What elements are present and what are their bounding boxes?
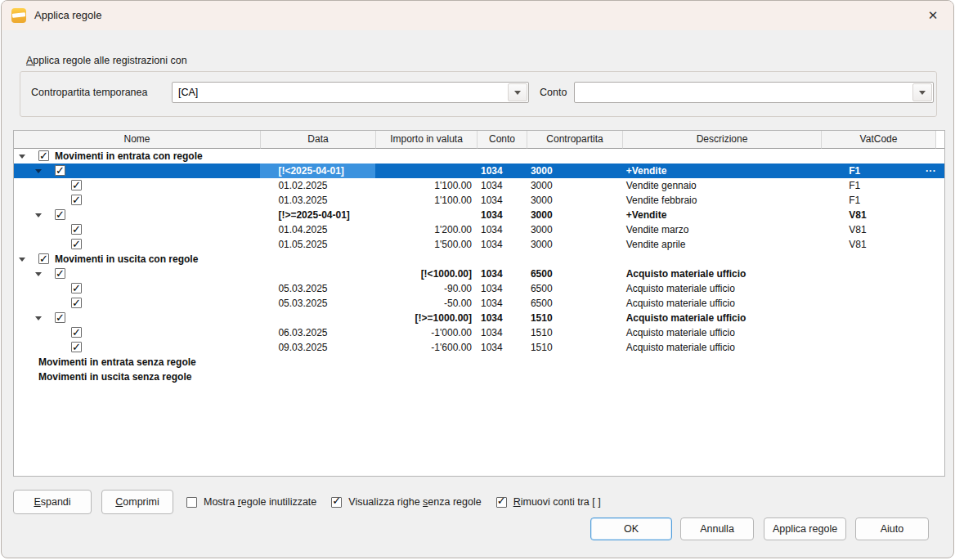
footer-options: Mostra regole inutilizzate✓Visualizza ri… bbox=[186, 490, 601, 514]
row-checkbox[interactable]: ✓ bbox=[71, 224, 82, 235]
expand-arrow-icon[interactable] bbox=[35, 213, 42, 217]
column-header-descrizione[interactable]: Descrizione bbox=[623, 131, 822, 149]
row-checkbox[interactable]: ✓ bbox=[55, 209, 65, 220]
chevron-down-icon bbox=[514, 91, 521, 95]
section-row[interactable]: Movimenti in uscita senza regole bbox=[14, 370, 944, 384]
remove-accounts-brackets-checkbox[interactable]: ✓ bbox=[496, 497, 507, 508]
rules-table-body: ✓Movimenti in entrata con regole✓[!<2025… bbox=[14, 149, 944, 384]
annulla-button[interactable]: Annulla bbox=[680, 517, 754, 540]
counterpart-dropdown-button[interactable] bbox=[508, 83, 527, 101]
date-cell: 06.03.2025 bbox=[260, 325, 375, 340]
counterpart-cell: 3000 bbox=[527, 193, 622, 208]
column-header-importo-in-valuta[interactable]: Importo in valuta bbox=[376, 131, 478, 149]
ok-button[interactable]: OK bbox=[590, 517, 672, 540]
applica-button[interactable]: Applica regole bbox=[764, 517, 846, 540]
counterpart-cell: 1510 bbox=[527, 325, 622, 340]
account-combobox[interactable] bbox=[574, 82, 934, 103]
check-icon: ✓ bbox=[56, 164, 65, 178]
row-checkbox[interactable]: ✓ bbox=[71, 180, 82, 190]
vatcode-cell bbox=[820, 355, 944, 370]
rule-row[interactable]: ✓[!>=2025-04-01]10343000+VenditeV81 bbox=[14, 208, 944, 222]
row-checkbox[interactable]: ✓ bbox=[55, 165, 65, 176]
header-spacer bbox=[936, 131, 944, 149]
option-remove-accounts-brackets[interactable]: ✓Rimuovi conti tra [ ] bbox=[496, 496, 601, 508]
column-header-conto[interactable]: Conto bbox=[478, 131, 527, 149]
expand-arrow-icon[interactable] bbox=[19, 258, 25, 262]
row-checkbox[interactable]: ✓ bbox=[55, 312, 65, 323]
description-cell: Vendite gennaio bbox=[622, 178, 821, 193]
rules-table: NomeDataImporto in valutaContoContropart… bbox=[13, 130, 945, 477]
date-cell: 09.03.2025 bbox=[260, 340, 375, 355]
row-checkbox[interactable]: ✓ bbox=[71, 342, 82, 352]
account-cell bbox=[477, 355, 527, 370]
group-row[interactable]: ✓Movimenti in uscita con regole bbox=[14, 252, 944, 267]
column-header-vatcode[interactable]: VatCode bbox=[822, 131, 936, 149]
app-icon-band bbox=[12, 12, 25, 18]
entry-row[interactable]: ✓09.03.2025-1'600.0010341510Acquisto mat… bbox=[14, 340, 944, 355]
entry-row[interactable]: ✓01.04.20251'200.0010343000Vendite marzo… bbox=[14, 222, 944, 237]
description-cell: Vendite marzo bbox=[622, 222, 821, 237]
show-unused-rules-checkbox[interactable] bbox=[186, 497, 197, 508]
applica-regole-dialog: Applica regole ✕ Applica regole alle reg… bbox=[1, 0, 954, 558]
row-checkbox[interactable]: ✓ bbox=[71, 195, 82, 205]
entry-row[interactable]: ✓01.05.20251'500.0010343000Vendite april… bbox=[14, 237, 944, 252]
date-cell bbox=[260, 252, 375, 267]
rule-row[interactable]: ✓[!<2025-04-01]10343000+VenditeF1... bbox=[14, 164, 944, 178]
amount-cell: [!<1000.00] bbox=[375, 267, 477, 281]
group-row[interactable]: ✓Movimenti in entrata con regole bbox=[14, 149, 944, 164]
close-button[interactable]: ✕ bbox=[916, 1, 950, 30]
vatcode-cell: V81 bbox=[820, 208, 944, 222]
expand-button[interactable]: Espandi bbox=[13, 490, 92, 514]
expand-arrow-icon[interactable] bbox=[19, 155, 25, 159]
counterpart-cell bbox=[527, 252, 622, 267]
row-checkbox[interactable]: ✓ bbox=[71, 239, 82, 249]
more-button[interactable]: ... bbox=[926, 161, 936, 176]
entry-row[interactable]: ✓01.02.20251'100.0010343000Vendite genna… bbox=[14, 178, 944, 193]
titlebar[interactable]: Applica regole ✕ bbox=[2, 1, 953, 30]
vatcode-cell bbox=[820, 252, 944, 267]
column-header-data[interactable]: Data bbox=[261, 131, 376, 149]
description-cell bbox=[622, 252, 821, 267]
option-show-unused-rules[interactable]: Mostra regole inutilizzate bbox=[186, 496, 316, 508]
date-cell: 01.02.2025 bbox=[260, 178, 375, 193]
description-cell bbox=[622, 355, 821, 370]
date-cell: 05.03.2025 bbox=[260, 296, 375, 311]
row-checkbox[interactable]: ✓ bbox=[71, 298, 82, 308]
name-cell: ✓ bbox=[14, 237, 260, 252]
row-checkbox[interactable]: ✓ bbox=[55, 268, 65, 279]
rule-row[interactable]: ✓[!>=1000.00]10341510Acquisto materiale … bbox=[14, 311, 944, 325]
date-cell: 05.03.2025 bbox=[260, 281, 375, 296]
entry-row[interactable]: ✓05.03.2025-90.0010346500Acquisto materi… bbox=[14, 281, 944, 296]
counterpart-cell: 3000 bbox=[527, 178, 622, 193]
rule-row[interactable]: ✓[!<1000.00]10346500Acquisto materiale u… bbox=[14, 267, 944, 281]
amount-cell: 1'100.00 bbox=[375, 193, 477, 208]
counterpart-combobox[interactable]: [CA] bbox=[172, 82, 529, 103]
expand-arrow-icon[interactable] bbox=[35, 272, 42, 276]
section-row[interactable]: Movimenti in entrata senza regole bbox=[14, 355, 944, 370]
counterpart-cell: 6500 bbox=[527, 281, 622, 296]
entry-row[interactable]: ✓01.03.20251'100.0010343000Vendite febbr… bbox=[14, 193, 944, 208]
row-checkbox[interactable]: ✓ bbox=[71, 327, 82, 338]
check-icon: ✓ bbox=[56, 311, 65, 325]
aiuto-button[interactable]: Aiuto bbox=[855, 517, 929, 540]
expand-arrow-icon[interactable] bbox=[35, 169, 42, 173]
counterpart-cell: 3000 bbox=[527, 164, 622, 178]
row-checkbox[interactable]: ✓ bbox=[38, 150, 49, 161]
account-cell: 1034 bbox=[477, 340, 527, 355]
expand-arrow-icon[interactable] bbox=[35, 316, 42, 320]
account-cell: 1034 bbox=[477, 222, 527, 237]
collapse-button[interactable]: Comprimi bbox=[101, 490, 173, 514]
entry-row[interactable]: ✓06.03.2025-1'000.0010341510Acquisto mat… bbox=[14, 325, 944, 340]
entry-row[interactable]: ✓05.03.2025-50.0010346500Acquisto materi… bbox=[14, 296, 944, 311]
column-header-contropartita[interactable]: Contropartita bbox=[527, 131, 623, 149]
column-header-nome[interactable]: Nome bbox=[14, 131, 261, 149]
amount-cell bbox=[375, 208, 477, 222]
row-checkbox[interactable]: ✓ bbox=[38, 253, 49, 264]
name-cell: ✓ bbox=[14, 325, 260, 340]
row-checkbox[interactable]: ✓ bbox=[71, 283, 82, 293]
option-show-rows-without-rules[interactable]: ✓Visualizza righe senza regole bbox=[331, 496, 481, 508]
account-dropdown-button[interactable] bbox=[912, 83, 932, 101]
vatcode-cell bbox=[820, 340, 944, 355]
show-rows-without-rules-checkbox[interactable]: ✓ bbox=[331, 497, 342, 508]
account-cell: 1034 bbox=[477, 267, 527, 281]
